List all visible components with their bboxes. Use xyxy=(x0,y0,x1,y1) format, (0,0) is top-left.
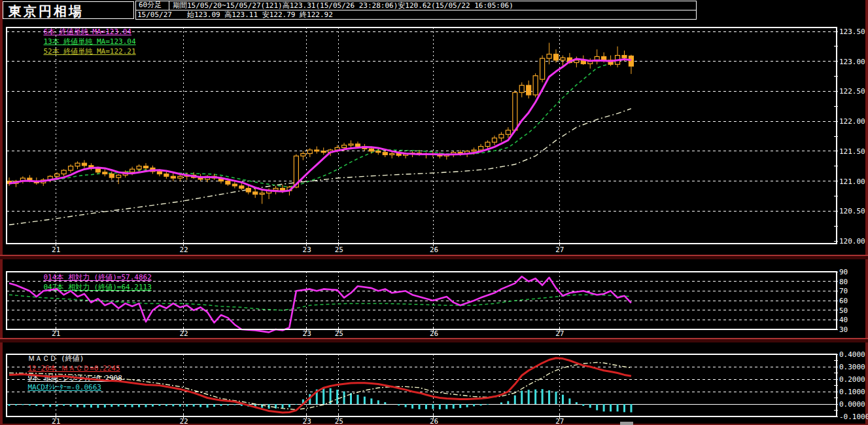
macd-axis-label: 0.4000 xyxy=(839,350,865,359)
day-axis-label: 27 xyxy=(555,246,564,254)
day-axis-label: 26 xyxy=(430,329,438,338)
price-chart[interactable] xyxy=(7,28,838,246)
macd-axis-label: 0.1000 xyxy=(839,388,865,396)
day-axis-label: 26 xyxy=(430,417,438,425)
app-window: 東京円相場 60分足 期間15/05/20~15/05/27(121)高123.… xyxy=(0,0,868,425)
macd-axis-label: -0.1000 xyxy=(839,413,868,421)
rsi-axis-label: 70 xyxy=(839,287,848,295)
day-axis-label: 25 xyxy=(335,417,343,425)
price-axis-label: 123.00 xyxy=(839,58,865,66)
rsi-axis-label: 40 xyxy=(839,316,848,324)
day-axis-label: 23 xyxy=(303,329,311,338)
rsi-axis-label: 50 xyxy=(839,306,848,315)
scrollbar-thumb[interactable] xyxy=(620,422,633,425)
day-axis-label: 21 xyxy=(52,329,60,338)
day-axis-label: 26 xyxy=(430,246,438,254)
price-axis-label: 123.50 xyxy=(839,28,865,36)
day-axis-label: 27 xyxy=(555,329,564,338)
day-axis-label: 21 xyxy=(52,246,60,254)
day-axis-label: 22 xyxy=(179,246,188,254)
price-axis-label: 120.00 xyxy=(839,237,865,246)
price-axis-label: 120.50 xyxy=(839,207,865,215)
day-axis-label: 25 xyxy=(335,246,343,254)
price-axis-label: 122.50 xyxy=(839,87,865,96)
rsi-chart[interactable] xyxy=(7,272,838,332)
macd-axis-label: 0.3000 xyxy=(839,363,865,371)
rsi-axis-label: 60 xyxy=(839,297,848,305)
day-axis-label: 25 xyxy=(335,329,343,338)
macd-histogram xyxy=(9,387,633,412)
day-axis-label: 23 xyxy=(303,246,311,254)
day-axis-label: 22 xyxy=(179,417,188,425)
rsi-axis-label: 80 xyxy=(839,278,848,286)
day-axis-label: 22 xyxy=(179,329,188,338)
day-axis-label: 27 xyxy=(555,417,564,425)
macd-chart[interactable] xyxy=(7,354,838,419)
macd-axis-label: 0.0000 xyxy=(839,400,865,409)
macd-axis-label: 0.2000 xyxy=(839,375,865,384)
price-axis-label: 121.00 xyxy=(839,177,865,186)
price-axis-label: 121.50 xyxy=(839,147,865,156)
rsi-axis-label: 30 xyxy=(839,325,848,334)
day-axis-label: 21 xyxy=(52,417,60,425)
charts-svg xyxy=(0,0,868,425)
rsi-axis-label: 90 xyxy=(839,268,848,276)
price-axis-label: 122.00 xyxy=(839,117,865,126)
day-axis-label: 23 xyxy=(303,417,311,425)
